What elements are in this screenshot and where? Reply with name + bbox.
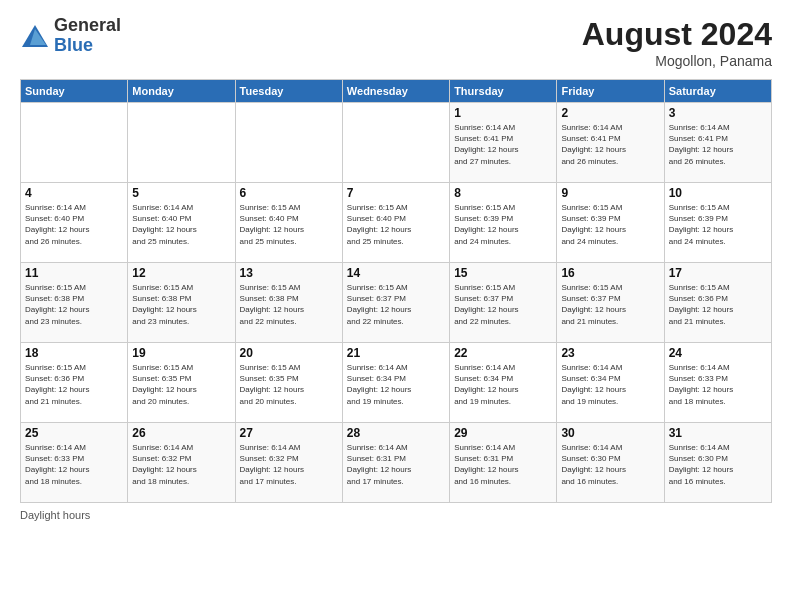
day-info: Sunrise: 6:15 AM Sunset: 6:39 PM Dayligh… [561,202,659,247]
calendar-week-2: 4Sunrise: 6:14 AM Sunset: 6:40 PM Daylig… [21,183,772,263]
day-info: Sunrise: 6:14 AM Sunset: 6:41 PM Dayligh… [561,122,659,167]
day-number: 20 [240,346,338,360]
calendar-week-4: 18Sunrise: 6:15 AM Sunset: 6:36 PM Dayli… [21,343,772,423]
col-friday: Friday [557,80,664,103]
calendar-cell: 23Sunrise: 6:14 AM Sunset: 6:34 PM Dayli… [557,343,664,423]
day-info: Sunrise: 6:15 AM Sunset: 6:40 PM Dayligh… [347,202,445,247]
day-number: 6 [240,186,338,200]
calendar-cell: 8Sunrise: 6:15 AM Sunset: 6:39 PM Daylig… [450,183,557,263]
calendar-cell: 27Sunrise: 6:14 AM Sunset: 6:32 PM Dayli… [235,423,342,503]
calendar-cell: 17Sunrise: 6:15 AM Sunset: 6:36 PM Dayli… [664,263,771,343]
day-number: 7 [347,186,445,200]
day-info: Sunrise: 6:15 AM Sunset: 6:36 PM Dayligh… [25,362,123,407]
calendar-table: Sunday Monday Tuesday Wednesday Thursday… [20,79,772,503]
day-number: 27 [240,426,338,440]
col-tuesday: Tuesday [235,80,342,103]
day-number: 11 [25,266,123,280]
subtitle: Mogollon, Panama [582,53,772,69]
calendar-cell: 30Sunrise: 6:14 AM Sunset: 6:30 PM Dayli… [557,423,664,503]
logo: General Blue [20,16,121,56]
day-info: Sunrise: 6:14 AM Sunset: 6:34 PM Dayligh… [347,362,445,407]
day-number: 9 [561,186,659,200]
day-number: 19 [132,346,230,360]
day-number: 13 [240,266,338,280]
title-block: August 2024 Mogollon, Panama [582,16,772,69]
day-info: Sunrise: 6:14 AM Sunset: 6:33 PM Dayligh… [25,442,123,487]
calendar-week-3: 11Sunrise: 6:15 AM Sunset: 6:38 PM Dayli… [21,263,772,343]
logo-text: General Blue [54,16,121,56]
day-info: Sunrise: 6:15 AM Sunset: 6:36 PM Dayligh… [669,282,767,327]
calendar-cell: 15Sunrise: 6:15 AM Sunset: 6:37 PM Dayli… [450,263,557,343]
day-info: Sunrise: 6:15 AM Sunset: 6:40 PM Dayligh… [240,202,338,247]
col-sunday: Sunday [21,80,128,103]
calendar-cell: 4Sunrise: 6:14 AM Sunset: 6:40 PM Daylig… [21,183,128,263]
header-row: Sunday Monday Tuesday Wednesday Thursday… [21,80,772,103]
calendar-cell: 21Sunrise: 6:14 AM Sunset: 6:34 PM Dayli… [342,343,449,423]
col-saturday: Saturday [664,80,771,103]
calendar-cell: 26Sunrise: 6:14 AM Sunset: 6:32 PM Dayli… [128,423,235,503]
calendar-cell [21,103,128,183]
day-number: 5 [132,186,230,200]
day-info: Sunrise: 6:15 AM Sunset: 6:39 PM Dayligh… [669,202,767,247]
day-info: Sunrise: 6:14 AM Sunset: 6:30 PM Dayligh… [561,442,659,487]
day-info: Sunrise: 6:14 AM Sunset: 6:31 PM Dayligh… [454,442,552,487]
day-info: Sunrise: 6:14 AM Sunset: 6:41 PM Dayligh… [669,122,767,167]
calendar-cell: 1Sunrise: 6:14 AM Sunset: 6:41 PM Daylig… [450,103,557,183]
calendar-cell: 29Sunrise: 6:14 AM Sunset: 6:31 PM Dayli… [450,423,557,503]
day-info: Sunrise: 6:15 AM Sunset: 6:35 PM Dayligh… [240,362,338,407]
day-info: Sunrise: 6:15 AM Sunset: 6:38 PM Dayligh… [25,282,123,327]
calendar-cell: 16Sunrise: 6:15 AM Sunset: 6:37 PM Dayli… [557,263,664,343]
calendar-week-1: 1Sunrise: 6:14 AM Sunset: 6:41 PM Daylig… [21,103,772,183]
calendar-cell: 20Sunrise: 6:15 AM Sunset: 6:35 PM Dayli… [235,343,342,423]
day-number: 8 [454,186,552,200]
calendar-cell: 5Sunrise: 6:14 AM Sunset: 6:40 PM Daylig… [128,183,235,263]
day-number: 28 [347,426,445,440]
day-number: 24 [669,346,767,360]
calendar-cell: 14Sunrise: 6:15 AM Sunset: 6:37 PM Dayli… [342,263,449,343]
day-number: 2 [561,106,659,120]
day-number: 17 [669,266,767,280]
footer: Daylight hours [20,509,772,521]
col-wednesday: Wednesday [342,80,449,103]
calendar-cell: 12Sunrise: 6:15 AM Sunset: 6:38 PM Dayli… [128,263,235,343]
main-title: August 2024 [582,16,772,53]
day-info: Sunrise: 6:15 AM Sunset: 6:38 PM Dayligh… [240,282,338,327]
day-info: Sunrise: 6:14 AM Sunset: 6:30 PM Dayligh… [669,442,767,487]
day-number: 23 [561,346,659,360]
calendar-cell: 19Sunrise: 6:15 AM Sunset: 6:35 PM Dayli… [128,343,235,423]
logo-blue-text: Blue [54,36,121,56]
page: General Blue August 2024 Mogollon, Panam… [0,0,792,612]
day-number: 30 [561,426,659,440]
day-info: Sunrise: 6:14 AM Sunset: 6:41 PM Dayligh… [454,122,552,167]
day-number: 12 [132,266,230,280]
day-number: 21 [347,346,445,360]
day-number: 29 [454,426,552,440]
day-number: 15 [454,266,552,280]
day-info: Sunrise: 6:14 AM Sunset: 6:32 PM Dayligh… [132,442,230,487]
calendar-cell: 6Sunrise: 6:15 AM Sunset: 6:40 PM Daylig… [235,183,342,263]
header: General Blue August 2024 Mogollon, Panam… [20,16,772,69]
calendar-cell [235,103,342,183]
day-number: 16 [561,266,659,280]
day-info: Sunrise: 6:14 AM Sunset: 6:34 PM Dayligh… [561,362,659,407]
calendar-cell [128,103,235,183]
day-number: 4 [25,186,123,200]
day-info: Sunrise: 6:15 AM Sunset: 6:39 PM Dayligh… [454,202,552,247]
day-info: Sunrise: 6:14 AM Sunset: 6:40 PM Dayligh… [132,202,230,247]
calendar-cell: 11Sunrise: 6:15 AM Sunset: 6:38 PM Dayli… [21,263,128,343]
day-number: 25 [25,426,123,440]
day-info: Sunrise: 6:14 AM Sunset: 6:40 PM Dayligh… [25,202,123,247]
calendar-cell: 10Sunrise: 6:15 AM Sunset: 6:39 PM Dayli… [664,183,771,263]
footer-label: Daylight hours [20,509,90,521]
calendar-cell: 31Sunrise: 6:14 AM Sunset: 6:30 PM Dayli… [664,423,771,503]
day-number: 3 [669,106,767,120]
day-number: 18 [25,346,123,360]
calendar-cell: 28Sunrise: 6:14 AM Sunset: 6:31 PM Dayli… [342,423,449,503]
col-monday: Monday [128,80,235,103]
day-number: 26 [132,426,230,440]
day-number: 22 [454,346,552,360]
calendar-cell: 24Sunrise: 6:14 AM Sunset: 6:33 PM Dayli… [664,343,771,423]
day-info: Sunrise: 6:14 AM Sunset: 6:31 PM Dayligh… [347,442,445,487]
calendar-cell: 13Sunrise: 6:15 AM Sunset: 6:38 PM Dayli… [235,263,342,343]
logo-general-text: General [54,16,121,36]
